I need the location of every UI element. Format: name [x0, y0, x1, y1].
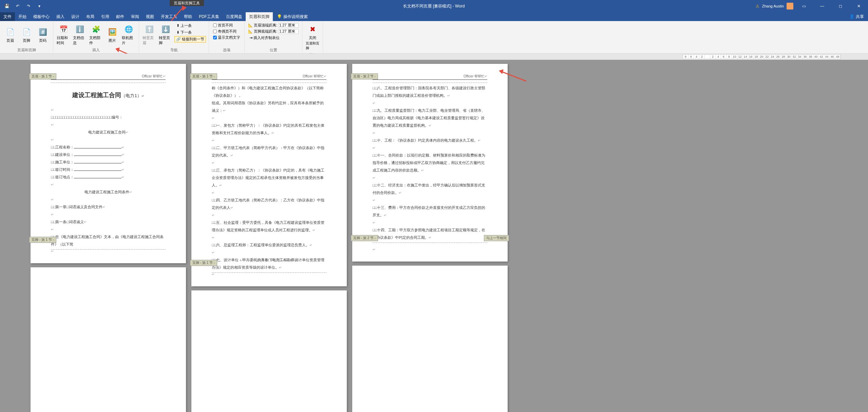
header-icon: 📄	[5, 26, 16, 37]
redo-icon[interactable]: ↷	[24, 2, 33, 10]
tab-mail[interactable]: 邮件	[113, 12, 128, 21]
page1-field-project: □□工程名称：↵	[51, 143, 166, 151]
ruler-tick: 42	[819, 55, 824, 59]
header-distance-row: 📐 页眉顶端距离:	[247, 22, 299, 28]
minimize-icon[interactable]: —	[814, 0, 830, 12]
ruler-tick: 22	[765, 55, 770, 59]
footer-distance-row: 📐 页脚底端距离:	[247, 29, 299, 34]
ruler-tick: 4	[716, 55, 721, 59]
svg-line-4	[501, 71, 526, 81]
link-to-previous-button[interactable]: 🔗链接到前一节	[174, 36, 206, 42]
group-insert: 📅日期和时间 ℹ️文档信息 🧩文档部件 🖼️图片 🌐联机图片 插入	[53, 21, 139, 53]
tab-help[interactable]: 帮助	[181, 12, 195, 21]
ruler-tick: 26	[775, 55, 781, 59]
page2-l5: □□三、承包方（简称乙方）：《协议条款》约定的，具有《电力施工企业资质管理办法》…	[212, 166, 326, 189]
align-tab-icon: ⇥	[249, 36, 252, 40]
docinfo-icon: ℹ️	[74, 24, 85, 35]
datetime-button[interactable]: 📅日期和时间	[56, 22, 71, 47]
page-3b-top	[352, 266, 508, 412]
tab-header-footer[interactable]: 页眉和页脚	[246, 12, 273, 21]
page3-l2: □□九、工程质量监督部门：电力工业部、电业管理局、省（直辖市、自治区）电力局或其…	[373, 107, 487, 129]
document-title: 长文档不同页眉 [兼容模式] - Word	[403, 3, 465, 9]
page1-conditions-title: 电力建设工程施工合同条件↵	[51, 188, 166, 196]
title-bar: 💾 ↶ ↷ ▾ 页眉和页脚工具 长文档不同页眉 [兼容模式] - Word ⚠ …	[0, 0, 868, 12]
share-button[interactable]: 👤 共享	[849, 14, 864, 20]
pagenum-button[interactable]: #️⃣页码	[35, 22, 50, 47]
page-2: Officer 帮帮忙↵ 页眉 - 第 1 节 - 称《合同条件》）和《电力建设…	[191, 64, 347, 286]
save-icon[interactable]: 💾	[3, 2, 11, 10]
page2-header-text[interactable]: Officer 帮帮忙↵	[212, 74, 326, 80]
tab-design[interactable]: 设计	[68, 12, 83, 21]
lightbulb-icon: 💡	[277, 14, 282, 19]
tab-reference[interactable]: 引用	[98, 12, 113, 21]
footer-bot-label: 页脚底端距离:	[254, 29, 277, 34]
tab-pdf[interactable]: PDF工具集	[195, 12, 223, 21]
show-text-checkbox[interactable]: 显示文档文字	[212, 35, 242, 40]
ribbon: 📄页眉 📄页脚 #️⃣页码 页眉和页脚 📅日期和时间 ℹ️文档信息 🧩文档部件 …	[0, 21, 868, 54]
ruler-tick: 14	[743, 55, 748, 59]
header-top-icon: 📐	[248, 23, 253, 28]
ribbon-options-icon[interactable]: ▭	[796, 0, 812, 12]
tell-me-label: 操作说明搜索	[283, 14, 308, 20]
prev-icon: ⬆	[176, 23, 180, 28]
close-icon[interactable]: ✕	[851, 0, 867, 12]
context-tool-label: 页眉和页脚工具	[170, 0, 204, 6]
onlinepic-button[interactable]: 🌐联机图片	[121, 22, 136, 47]
docinfo-button[interactable]: ℹ️文档信息	[72, 22, 87, 47]
page3-header-text[interactable]: Officer 帮帮忙↵	[373, 74, 487, 80]
page3-same-as-prev-tag: 与上一节相同	[484, 235, 509, 241]
header-button[interactable]: 📄页眉	[3, 22, 18, 47]
tab-file[interactable]: 文件	[0, 12, 15, 21]
ruler-tick: 18	[754, 55, 759, 59]
page1-header-text[interactable]: Officer 帮帮忙↵	[51, 74, 166, 80]
prev-button[interactable]: ⬆上一条	[174, 22, 206, 29]
undo-icon[interactable]: ↶	[14, 2, 22, 10]
menu-bar: 文件 开始 模板中心 插入 设计 布局 引用 邮件 审阅 视图 开发工具 帮助 …	[0, 12, 868, 21]
document-area[interactable]: Officer 帮帮忙↵ 页眉 - 第 1 节 - 建设工程施工合同（电力1）↵…	[0, 60, 868, 412]
ruler-tick: 6	[688, 55, 694, 59]
user-avatar[interactable]	[787, 3, 793, 10]
page2-l7: □□五、社会监理：受甲方委托，具备《电力工程建设监理单位资质管理办法》规定资格的…	[212, 219, 326, 234]
group-label-hf: 页眉和页脚	[3, 47, 50, 53]
tab-template[interactable]: 模板中心	[30, 12, 53, 21]
user-name[interactable]: Zhang Austin	[762, 4, 784, 8]
horizontal-ruler-area: 8642246810121416182022242628303234363840…	[0, 54, 868, 60]
group-position: 📐 页眉顶端距离: 📐 页脚底端距离: ⇥插入对齐制表位 位置	[245, 21, 302, 53]
tell-me-search[interactable]: 💡 操作说明搜索	[277, 14, 308, 20]
pagenum-icon: #️⃣	[37, 26, 48, 37]
next-button[interactable]: ⬇下一条	[174, 29, 206, 36]
qat-dropdown-icon[interactable]: ▾	[35, 2, 43, 10]
warning-icon[interactable]: ⚠	[756, 4, 759, 8]
page2-l3: □□一、发包方（简称甲方）：《协议条款》约定的具有工程发包主体资格和支付工程价款…	[212, 122, 326, 137]
horizontal-ruler[interactable]: 8642246810121416182022242628303234363840…	[683, 54, 841, 59]
tab-start[interactable]: 开始	[15, 12, 30, 21]
page2-l1: 称《合同条件》）和《电力建设工程施工合同协议条款》（以下简称《协议条款》），	[212, 84, 326, 99]
header-distance-input[interactable]	[278, 23, 299, 28]
diff-first-checkbox[interactable]: 首页不同	[212, 22, 242, 28]
diff-odd-checkbox[interactable]: 奇偶页不同	[212, 29, 242, 34]
docparts-button[interactable]: 🧩文档部件	[89, 22, 103, 47]
goto-footer-button[interactable]: ⬇️转至页脚	[158, 22, 173, 47]
tab-view[interactable]: 视图	[143, 12, 157, 21]
ruler-tick: 16	[748, 55, 754, 59]
page1-last-line: □□在《电力建设工程施工合同》文本，由《电力建设工程施工合同条件》（以下简	[51, 233, 166, 248]
group-close: ✖ 关闭 页眉和页脚 关闭	[302, 21, 323, 53]
close-hf-icon: ✖	[307, 24, 318, 35]
page3-l6: □□十三、费用：甲方在合同价款之外直接支付的开支或乙方应负担的开支。↵	[373, 204, 487, 219]
page1-subtitle: 电力建设工程施工合同↵	[51, 128, 166, 136]
align-tab-button[interactable]: ⇥插入对齐制表位	[247, 35, 299, 41]
footer-button[interactable]: 📄页脚	[19, 22, 34, 47]
tab-review[interactable]: 审阅	[128, 12, 143, 21]
page3-header-section-tag: 页眉 - 第 2 节 -	[351, 73, 378, 79]
tab-insert[interactable]: 插入	[53, 12, 68, 21]
tab-dev[interactable]: 开发工具	[157, 12, 181, 21]
picture-button[interactable]: 🖼️图片	[105, 22, 120, 47]
maximize-icon[interactable]: ◻	[833, 0, 848, 12]
tab-layout[interactable]: 布局	[83, 12, 98, 21]
footer-distance-input[interactable]	[278, 29, 299, 34]
close-hf-button[interactable]: ✖ 关闭 页眉和页脚	[305, 22, 320, 52]
tab-baidu[interactable]: 百度网盘	[223, 12, 246, 21]
page-1: Officer 帮帮忙↵ 页眉 - 第 1 节 - 建设工程施工合同（电力1）↵…	[31, 64, 186, 263]
ruler-tick: 20	[759, 55, 765, 59]
page2-l6: □□四、乙方驻工地代表（简称乙方代表）：乙方在《协议条款》中指定的代表人↵	[212, 196, 326, 211]
